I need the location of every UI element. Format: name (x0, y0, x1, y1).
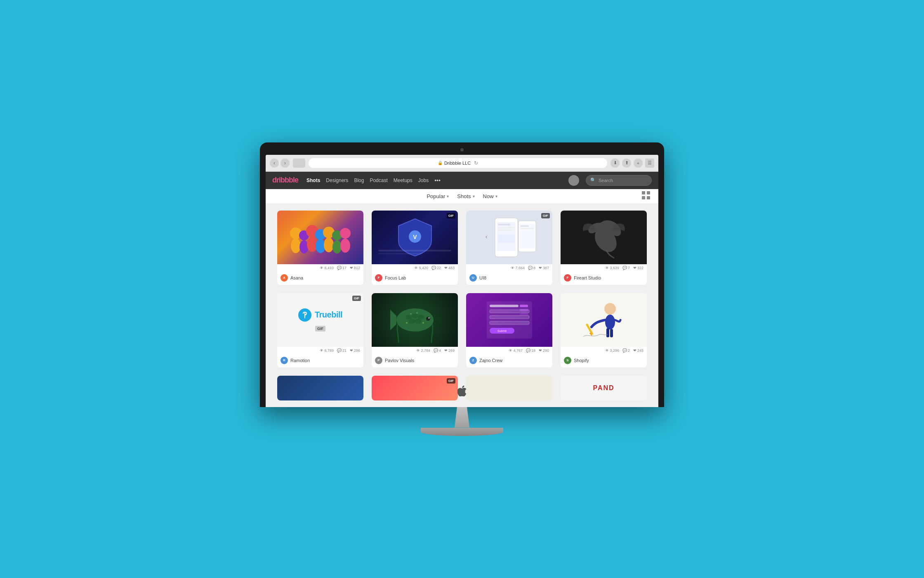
shot-thumbnail: Submit (466, 293, 552, 347)
shot-grid-container: 👁 6,410 💬 17 ❤ 812 (266, 204, 658, 407)
shot-meta: F Focus Lab (372, 272, 458, 285)
svg-point-38 (428, 317, 430, 319)
nav-shots[interactable]: Shots (306, 178, 320, 183)
stand-neck (450, 407, 474, 428)
svg-rect-1 (647, 191, 650, 194)
stat-views: 👁 3,639 (605, 266, 619, 270)
svg-rect-0 (642, 191, 645, 194)
svg-point-10 (340, 228, 351, 239)
shot-thumbnail: Truebill GIF GIF (277, 293, 363, 347)
svg-rect-24 (498, 227, 515, 228)
likes-count: 322 (637, 266, 644, 270)
views-count: 3,639 (610, 266, 619, 270)
stat-views: 👁 4,767 (509, 348, 523, 353)
designer-avatar: P (375, 357, 382, 364)
stat-likes: ❤ 812 (350, 266, 360, 270)
designer-name: Shopify (574, 358, 589, 363)
download-button[interactable]: ⬇ (610, 159, 620, 168)
panda-text: PAND (593, 384, 614, 392)
search-box[interactable]: 🔍 Search (586, 175, 652, 186)
svg-rect-50 (520, 305, 528, 307)
shot-stats: 👁 2,784 💬 4 ❤ 269 (372, 347, 458, 354)
shot-card[interactable]: ‹ (466, 211, 552, 285)
designer-avatar: F (375, 274, 382, 282)
shot-card[interactable]: 👁 3,296 💬 2 ❤ 245 (561, 293, 647, 367)
reload-button[interactable]: ↻ (474, 160, 478, 166)
views-count: 9,420 (419, 266, 428, 270)
stat-comments: 💬 2 (622, 348, 630, 353)
svg-text:‹: ‹ (486, 233, 488, 240)
shot-stats: 👁 4,767 💬 18 ❤ 290 (466, 347, 552, 354)
share-button[interactable]: ⬆ (622, 159, 631, 168)
comments-count: 18 (531, 348, 535, 353)
svg-point-53 (604, 303, 616, 315)
nav-designers[interactable]: Designers (326, 178, 348, 183)
shot-card-partial[interactable]: GIF (372, 376, 458, 400)
nav-podcast[interactable]: Podcast (370, 178, 387, 183)
shot-card[interactable]: 👁 2,784 💬 4 ❤ 269 (372, 293, 458, 367)
shot-card[interactable]: 👁 6,410 💬 17 ❤ 812 (277, 211, 363, 285)
back-button[interactable]: ‹ (270, 159, 279, 168)
svg-point-41 (406, 322, 408, 324)
svg-point-16 (332, 240, 342, 253)
stat-comments: 💬 18 (526, 348, 535, 353)
add-tab-button[interactable]: + (634, 159, 643, 168)
nav-blog[interactable]: Blog (354, 178, 364, 183)
truebill-text: Truebill (315, 310, 342, 320)
comments-count: 8 (533, 266, 535, 270)
filter-now[interactable]: Now ▾ (483, 193, 497, 199)
tab-bar[interactable] (293, 159, 305, 168)
svg-rect-51 (520, 309, 528, 311)
svg-point-54 (605, 315, 615, 329)
stat-comments: 💬 22 (431, 266, 441, 270)
stat-likes: ❤ 322 (633, 266, 644, 270)
shot-stats: 👁 3,639 💬 7 ❤ 322 (561, 264, 647, 272)
shot-card[interactable]: Truebill GIF GIF 👁 6,789 (277, 293, 363, 367)
likes-count: 269 (448, 348, 455, 353)
shot-meta: P Pavlov Visuals (372, 354, 458, 367)
shot-grid: 👁 6,410 💬 17 ❤ 812 (277, 211, 647, 367)
stat-likes: ❤ 269 (444, 348, 455, 353)
svg-point-33 (412, 313, 418, 318)
likes-count: 387 (543, 266, 549, 270)
nav-meetups[interactable]: Meetups (394, 178, 412, 183)
nav-links: Shots Designers Blog Podcast Meetups Job… (306, 177, 441, 184)
shot-stats: 👁 6,789 💬 21 ❤ 286 (277, 347, 363, 354)
partial-thumb: GIF (372, 376, 458, 400)
nav-jobs[interactable]: Jobs (418, 178, 429, 183)
shot-card-partial[interactable] (277, 376, 363, 400)
shot-card[interactable]: V GIF 👁 (372, 211, 458, 285)
stat-views: 👁 2,784 (416, 348, 430, 353)
svg-rect-28 (520, 224, 535, 249)
stat-views: 👁 3,296 (605, 348, 619, 353)
likes-count: 290 (543, 348, 549, 353)
now-label: Now (483, 193, 494, 199)
svg-point-17 (340, 239, 350, 253)
views-count: 7,664 (515, 266, 525, 270)
shot-meta: F Fireart Studio (561, 272, 647, 285)
popular-label: Popular (427, 193, 445, 199)
browser-nav: ‹ › (270, 159, 290, 168)
search-icon: 🔍 (590, 178, 596, 183)
grid-toggle[interactable] (642, 191, 650, 201)
filter-shots[interactable]: Shots ▾ (457, 193, 474, 199)
nav-more[interactable]: ••• (434, 177, 441, 184)
svg-rect-2 (642, 196, 645, 199)
designer-name: Zajno Crew (479, 358, 502, 363)
address-bar[interactable]: 🔒 Dribbble LLC ↻ (309, 158, 607, 168)
shot-card-partial[interactable]: PAND (561, 376, 647, 400)
monitor-camera (460, 148, 464, 152)
stat-views: 👁 9,420 (414, 266, 428, 270)
designer-name: UI8 (479, 275, 486, 280)
forward-button[interactable]: › (280, 159, 290, 168)
user-avatar[interactable] (568, 175, 579, 186)
filter-popular[interactable]: Popular ▾ (427, 193, 449, 199)
svg-point-36 (415, 319, 422, 324)
sidebar-button[interactable]: ☰ (645, 159, 654, 168)
shot-card-partial[interactable] (466, 376, 552, 400)
dribbble-logo[interactable]: dribbble (272, 176, 298, 185)
shot-card[interactable]: Submit 👁 4,767 (466, 293, 552, 367)
shot-card[interactable]: 👁 3,639 💬 7 ❤ 322 (561, 211, 647, 285)
shots-chevron: ▾ (473, 194, 475, 199)
partial-thumb (466, 376, 552, 400)
